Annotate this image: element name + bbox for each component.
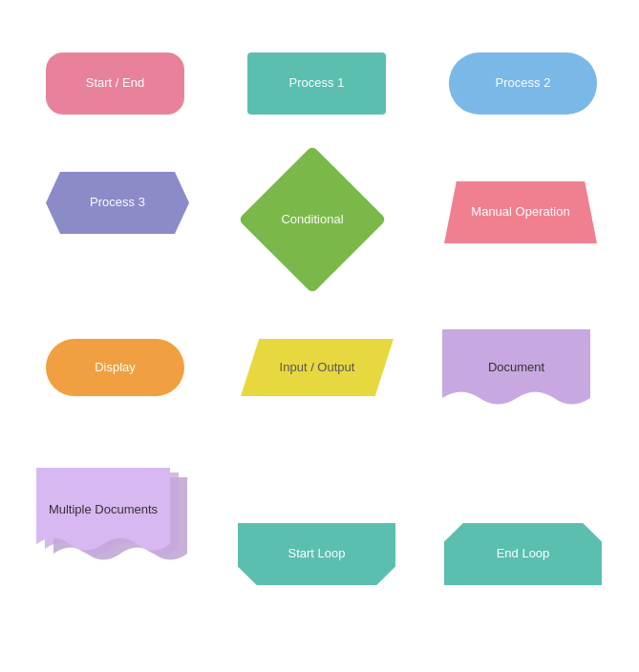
process2-wrapper[interactable]: Process 2 [449,52,597,115]
input-output-wrapper[interactable]: Input / Output [241,339,394,396]
multiple-documents-shape: Multiple Documents [36,468,189,582]
process1-wrapper[interactable]: Process 1 [247,52,386,115]
start-loop-shape: Start Loop [238,523,395,585]
start-loop-wrapper[interactable]: Start Loop [238,523,395,585]
manual-operation-label: Manual Operation [471,204,569,220]
display-label: Display [95,360,136,376]
start-end-shape: Start / End [46,52,184,115]
start-end-wrapper[interactable]: Start / End [46,52,184,115]
process3-wrapper[interactable]: Process 3 [46,172,189,234]
process2-label: Process 2 [496,75,551,92]
display-shape: Display [46,339,184,396]
document-label: Document [442,329,590,406]
end-loop-label: End Loop [497,546,550,562]
process2-shape: Process 2 [449,52,597,115]
input-output-label: Input / Output [280,360,355,376]
process1-label: Process 1 [289,75,345,92]
process3-shape: Process 3 [46,172,189,234]
process1-shape: Process 1 [247,52,386,115]
document-wrapper[interactable]: Document [442,329,590,415]
start-loop-label: Start Loop [288,546,346,562]
end-loop-wrapper[interactable]: End Loop [444,523,602,585]
multiple-documents-wrapper[interactable]: Multiple Documents [36,468,189,582]
conditional-wrapper[interactable]: Conditional [241,148,384,291]
conditional-shape: Conditional [241,148,384,291]
manual-operation-shape: Manual Operation [444,181,597,243]
process3-label: Process 3 [90,195,145,211]
input-output-shape: Input / Output [241,339,394,396]
end-loop-shape: End Loop [444,523,602,585]
conditional-diamond [238,145,387,294]
manual-operation-wrapper[interactable]: Manual Operation [444,181,597,243]
document-shape: Document [442,329,590,415]
flowchart-canvas: Start / End Process 1 Process 2 Process … [0,0,639,672]
display-wrapper[interactable]: Display [46,339,184,396]
start-end-label: Start / End [86,75,144,92]
multiple-documents-label: Multiple Documents [36,468,170,552]
